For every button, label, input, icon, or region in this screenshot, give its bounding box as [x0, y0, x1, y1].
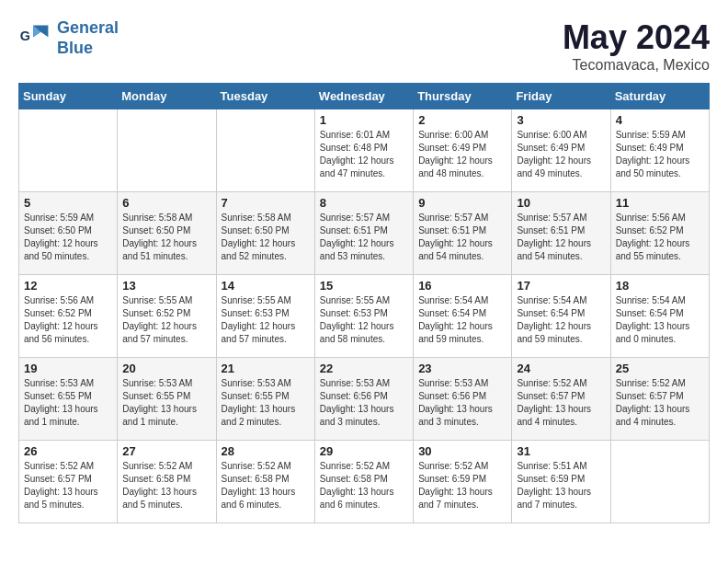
calendar-cell: 8Sunrise: 5:57 AM Sunset: 6:51 PM Daylig… [314, 192, 413, 275]
day-number: 21 [222, 362, 310, 375]
day-number: 28 [222, 444, 310, 458]
day-number: 9 [418, 196, 506, 210]
day-number: 16 [418, 279, 506, 293]
day-number: 12 [24, 279, 112, 293]
calendar-cell: 26Sunrise: 5:52 AM Sunset: 6:57 PM Dayli… [19, 441, 118, 523]
header-sunday: Sunday [19, 84, 118, 109]
header-monday: Monday [118, 84, 216, 109]
day-number: 20 [122, 362, 210, 375]
calendar-cell [19, 109, 118, 192]
day-number: 25 [616, 362, 704, 375]
day-info: Sunrise: 5:57 AM Sunset: 6:51 PM Dayligh… [418, 212, 506, 263]
day-info: Sunrise: 5:54 AM Sunset: 6:54 PM Dayligh… [616, 294, 704, 346]
calendar-cell: 22Sunrise: 5:53 AM Sunset: 6:56 PM Dayli… [314, 358, 413, 441]
header-tuesday: Tuesday [216, 84, 314, 109]
calendar-cell: 11Sunrise: 5:56 AM Sunset: 6:52 PM Dayli… [610, 192, 709, 275]
day-number: 31 [517, 444, 605, 458]
calendar-week-3: 12Sunrise: 5:56 AM Sunset: 6:52 PM Dayli… [19, 275, 710, 358]
calendar-cell: 30Sunrise: 5:52 AM Sunset: 6:59 PM Dayli… [414, 441, 512, 523]
day-number: 14 [222, 279, 310, 293]
day-info: Sunrise: 5:56 AM Sunset: 6:52 PM Dayligh… [24, 294, 112, 346]
header-thursday: Thursday [414, 84, 512, 109]
day-number: 6 [122, 196, 210, 210]
day-number: 27 [122, 444, 210, 458]
day-number: 13 [122, 279, 210, 293]
calendar-cell: 13Sunrise: 5:55 AM Sunset: 6:52 PM Dayli… [118, 275, 216, 358]
calendar-cell: 19Sunrise: 5:53 AM Sunset: 6:55 PM Dayli… [19, 358, 118, 441]
day-number: 22 [320, 362, 408, 375]
calendar-cell [610, 441, 709, 523]
calendar-week-4: 19Sunrise: 5:53 AM Sunset: 6:55 PM Dayli… [19, 358, 710, 441]
day-number: 26 [24, 444, 112, 458]
calendar-cell: 23Sunrise: 5:53 AM Sunset: 6:56 PM Dayli… [414, 358, 512, 441]
day-info: Sunrise: 5:52 AM Sunset: 6:57 PM Dayligh… [616, 377, 704, 429]
calendar-cell: 31Sunrise: 5:51 AM Sunset: 6:59 PM Dayli… [512, 441, 610, 523]
day-number: 3 [517, 113, 605, 127]
calendar-week-1: 1Sunrise: 6:01 AM Sunset: 6:48 PM Daylig… [19, 109, 710, 192]
day-info: Sunrise: 5:57 AM Sunset: 6:51 PM Dayligh… [517, 212, 605, 263]
day-info: Sunrise: 5:52 AM Sunset: 6:59 PM Dayligh… [418, 460, 506, 511]
day-info: Sunrise: 6:01 AM Sunset: 6:48 PM Dayligh… [320, 129, 408, 180]
day-number: 5 [24, 196, 112, 210]
day-info: Sunrise: 5:56 AM Sunset: 6:52 PM Dayligh… [616, 212, 704, 263]
header-wednesday: Wednesday [314, 84, 413, 109]
calendar-week-2: 5Sunrise: 5:59 AM Sunset: 6:50 PM Daylig… [19, 192, 710, 275]
calendar-cell: 17Sunrise: 5:54 AM Sunset: 6:54 PM Dayli… [512, 275, 610, 358]
calendar-cell [216, 109, 314, 192]
calendar-cell: 24Sunrise: 5:52 AM Sunset: 6:57 PM Dayli… [512, 358, 610, 441]
calendar-cell: 28Sunrise: 5:52 AM Sunset: 6:58 PM Dayli… [216, 441, 314, 523]
page-header: G General Blue May 2024 Tecomavaca, Mexi… [18, 18, 710, 74]
calendar-cell: 18Sunrise: 5:54 AM Sunset: 6:54 PM Dayli… [610, 275, 709, 358]
calendar-cell: 14Sunrise: 5:55 AM Sunset: 6:53 PM Dayli… [216, 275, 314, 358]
logo-line2: Blue [57, 39, 93, 57]
day-info: Sunrise: 5:54 AM Sunset: 6:54 PM Dayligh… [418, 294, 506, 346]
calendar-cell: 6Sunrise: 5:58 AM Sunset: 6:50 PM Daylig… [118, 192, 216, 275]
day-number: 24 [517, 362, 605, 375]
header-friday: Friday [512, 84, 610, 109]
logo-line1: General [57, 18, 119, 37]
day-info: Sunrise: 5:52 AM Sunset: 6:57 PM Dayligh… [24, 460, 112, 511]
day-info: Sunrise: 5:52 AM Sunset: 6:58 PM Dayligh… [222, 460, 310, 511]
calendar-cell: 21Sunrise: 5:53 AM Sunset: 6:55 PM Dayli… [216, 358, 314, 441]
day-info: Sunrise: 5:53 AM Sunset: 6:56 PM Dayligh… [418, 377, 506, 429]
day-number: 7 [222, 196, 310, 210]
day-info: Sunrise: 5:53 AM Sunset: 6:55 PM Dayligh… [24, 377, 112, 429]
day-info: Sunrise: 5:53 AM Sunset: 6:55 PM Dayligh… [222, 377, 310, 429]
main-title: May 2024 [563, 18, 710, 57]
calendar-cell: 1Sunrise: 6:01 AM Sunset: 6:48 PM Daylig… [314, 109, 413, 192]
calendar-week-5: 26Sunrise: 5:52 AM Sunset: 6:57 PM Dayli… [19, 441, 710, 523]
calendar-cell: 20Sunrise: 5:53 AM Sunset: 6:55 PM Dayli… [118, 358, 216, 441]
day-info: Sunrise: 5:53 AM Sunset: 6:55 PM Dayligh… [122, 377, 210, 429]
day-info: Sunrise: 5:52 AM Sunset: 6:58 PM Dayligh… [320, 460, 408, 511]
calendar-header-row: SundayMondayTuesdayWednesdayThursdayFrid… [19, 84, 710, 109]
logo-text: General Blue [57, 18, 119, 58]
day-number: 2 [418, 113, 506, 127]
calendar-cell: 15Sunrise: 5:55 AM Sunset: 6:53 PM Dayli… [314, 275, 413, 358]
calendar-table: SundayMondayTuesdayWednesdayThursdayFrid… [18, 83, 710, 523]
day-info: Sunrise: 6:00 AM Sunset: 6:49 PM Dayligh… [517, 129, 605, 180]
calendar-cell: 12Sunrise: 5:56 AM Sunset: 6:52 PM Dayli… [19, 275, 118, 358]
day-info: Sunrise: 5:55 AM Sunset: 6:52 PM Dayligh… [122, 294, 210, 346]
day-info: Sunrise: 5:51 AM Sunset: 6:59 PM Dayligh… [517, 460, 605, 511]
calendar-cell: 4Sunrise: 5:59 AM Sunset: 6:49 PM Daylig… [610, 109, 709, 192]
calendar-cell: 5Sunrise: 5:59 AM Sunset: 6:50 PM Daylig… [19, 192, 118, 275]
day-number: 11 [616, 196, 704, 210]
calendar-cell: 25Sunrise: 5:52 AM Sunset: 6:57 PM Dayli… [610, 358, 709, 441]
day-info: Sunrise: 5:59 AM Sunset: 6:49 PM Dayligh… [616, 129, 704, 180]
day-info: Sunrise: 5:59 AM Sunset: 6:50 PM Dayligh… [24, 212, 112, 263]
logo: G General Blue [18, 18, 119, 58]
day-info: Sunrise: 5:57 AM Sunset: 6:51 PM Dayligh… [320, 212, 408, 263]
day-number: 29 [320, 444, 408, 458]
subtitle: Tecomavaca, Mexico [563, 57, 710, 74]
day-info: Sunrise: 5:52 AM Sunset: 6:57 PM Dayligh… [517, 377, 605, 429]
calendar-cell: 9Sunrise: 5:57 AM Sunset: 6:51 PM Daylig… [414, 192, 512, 275]
day-info: Sunrise: 5:58 AM Sunset: 6:50 PM Dayligh… [122, 212, 210, 263]
calendar-cell [118, 109, 216, 192]
calendar-cell: 27Sunrise: 5:52 AM Sunset: 6:58 PM Dayli… [118, 441, 216, 523]
day-number: 10 [517, 196, 605, 210]
day-info: Sunrise: 6:00 AM Sunset: 6:49 PM Dayligh… [418, 129, 506, 180]
day-number: 1 [320, 113, 408, 127]
logo-icon: G [18, 22, 51, 55]
day-number: 17 [517, 279, 605, 293]
day-number: 19 [24, 362, 112, 375]
